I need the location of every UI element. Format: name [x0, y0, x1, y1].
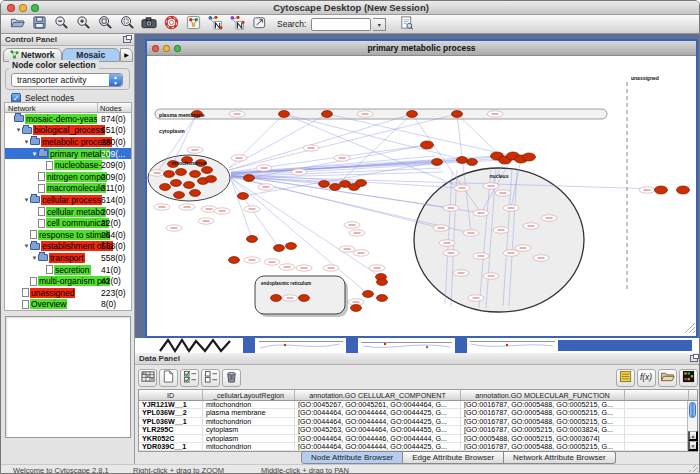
- network-node[interactable]: [319, 181, 330, 188]
- network-node[interactable]: [190, 190, 201, 197]
- tab-overflow-button[interactable]: ▶: [120, 48, 133, 62]
- search-dropdown-button[interactable]: ▾: [373, 18, 386, 31]
- network-canvas[interactable]: plasma membranecytoplasmmitochondrionnuc…: [147, 56, 696, 336]
- network-node[interactable]: [432, 159, 443, 166]
- tree-expander-icon[interactable]: ▼: [23, 243, 30, 249]
- table-row[interactable]: YJR121W__1mitochondrion[GO:0045267, GO:0…: [139, 401, 697, 409]
- select-attributes-button[interactable]: [180, 369, 199, 387]
- network-node[interactable]: [271, 295, 282, 302]
- zoom-selected-region-button[interactable]: [117, 16, 137, 33]
- search-input[interactable]: [311, 18, 371, 31]
- float-panel-icon[interactable]: [123, 36, 131, 43]
- tree-row-establishment-of-lo[interactable]: ▼establishment of lo558(0): [5, 241, 131, 253]
- save-session-button[interactable]: [29, 16, 49, 33]
- function-builder-button[interactable]: f(x): [637, 369, 656, 387]
- network-node[interactable]: [202, 167, 213, 174]
- resize-grip[interactable]: [689, 463, 698, 472]
- network-node[interactable]: [330, 184, 341, 191]
- tree-header-network[interactable]: Network: [5, 103, 98, 112]
- tree-row-response-to-stimulu[interactable]: response to stimulu264(0): [5, 229, 131, 241]
- network-node[interactable]: [206, 176, 217, 183]
- color-matrix-button[interactable]: [679, 369, 698, 387]
- tree-header-nodes[interactable]: Nodes: [98, 103, 131, 112]
- network-node[interactable]: [457, 157, 468, 164]
- tree-expander-icon[interactable]: ▼: [31, 255, 38, 261]
- import-attributes-button[interactable]: [658, 369, 677, 387]
- tree-expander-icon[interactable]: ▼: [15, 127, 22, 133]
- column-header-3[interactable]: annotation.GO MOLECULAR_FUNCTION: [461, 390, 625, 400]
- tree-row-biological-process[interactable]: ▼biological_process651(0): [5, 125, 131, 137]
- column-header-1[interactable]: _cellularLayoutRegion: [203, 390, 295, 400]
- column-header-2[interactable]: annotation.GO CELLULAR_COMPONENT: [295, 390, 461, 400]
- compartment-nucleus[interactable]: [414, 168, 584, 312]
- network-window-titlebar[interactable]: primary metabolic process: [147, 41, 696, 56]
- table-row[interactable]: YPL036W__1mitochondrion[GO:0044464, GO:0…: [139, 418, 697, 426]
- network-node[interactable]: [174, 192, 185, 199]
- tree-row-cellular-metabo[interactable]: cellular metabo209(0): [5, 206, 131, 218]
- zoom-fit-button[interactable]: [95, 16, 115, 33]
- tree-row-macromolecule[interactable]: macromolecule311(0): [5, 183, 131, 195]
- zoom-out-button[interactable]: [51, 16, 71, 33]
- first-neighbors-button[interactable]: [205, 16, 225, 33]
- network-node[interactable]: [274, 245, 285, 252]
- table-row[interactable]: YPL036W__2plasma membrane[GO:0044464, GO…: [139, 409, 697, 417]
- network-node[interactable]: [523, 153, 536, 161]
- tree-expander-icon[interactable]: ▼: [23, 139, 30, 145]
- network-node[interactable]: [184, 182, 195, 189]
- network-node[interactable]: [421, 141, 434, 149]
- tree-row-cellular-process[interactable]: ▼cellular process614(0): [5, 194, 131, 206]
- network-node[interactable]: [351, 305, 362, 312]
- tree-row-mosaic-demo-yeast[interactable]: mosaic-demo-yeast874(0): [5, 113, 131, 125]
- attribute-matrix-button[interactable]: [138, 369, 157, 387]
- network-node[interactable]: [171, 180, 182, 187]
- network-node[interactable]: [247, 236, 258, 243]
- delete-attribute-button[interactable]: [222, 369, 241, 387]
- network-node[interactable]: [467, 159, 478, 166]
- table-row[interactable]: YKR052Ccytoplasm[GO:0044464, GO:0044446,…: [139, 435, 697, 443]
- table-scrollbar[interactable]: ▲ ▼: [687, 401, 697, 451]
- attribute-list-button[interactable]: [616, 369, 635, 387]
- compartment-plasma-membrane[interactable]: [155, 109, 607, 119]
- float-data-panel-icon[interactable]: [690, 355, 698, 362]
- network-node[interactable]: [363, 291, 374, 298]
- new-attribute-button[interactable]: [159, 369, 178, 387]
- unselect-attributes-button[interactable]: [201, 369, 220, 387]
- tree-row-multi-organism-pro[interactable]: multi-organism pro42(0): [5, 275, 131, 287]
- network-node[interactable]: [377, 279, 388, 286]
- network-node[interactable]: [407, 111, 418, 118]
- tree-row-unassigned[interactable]: unassigned223(0): [5, 287, 131, 299]
- graphics-details-button[interactable]: [183, 16, 203, 33]
- column-header-0[interactable]: ID: [139, 390, 203, 400]
- network-node[interactable]: [286, 243, 297, 250]
- node-color-dropdown[interactable]: transporter activity ▲▼: [11, 73, 123, 87]
- network-node[interactable]: [677, 186, 690, 194]
- network-node[interactable]: [190, 171, 201, 178]
- tree-expander-icon[interactable]: ▼: [31, 151, 38, 157]
- network-node[interactable]: [452, 111, 463, 118]
- tree-row-primary-metabo[interactable]: ▼primary metabo209(...: [5, 148, 131, 160]
- tree-row-nitrogen-compo[interactable]: nitrogen compo209(0): [5, 171, 131, 183]
- network-node[interactable]: [299, 295, 310, 302]
- network-node[interactable]: [160, 184, 171, 191]
- tree-row-secretion[interactable]: secretion41(0): [5, 264, 131, 276]
- tab-network-attribute-browser[interactable]: Network Attribute Browser: [504, 451, 615, 464]
- network-node[interactable]: [279, 111, 290, 118]
- scroll-down-button[interactable]: ▼: [688, 441, 698, 451]
- tree-row-nucleobase-[interactable]: nucleobase-209(0): [5, 159, 131, 171]
- tree-row-transport[interactable]: ▼transport558(0): [5, 252, 131, 264]
- export-snapshot-button[interactable]: [139, 16, 159, 33]
- network-node[interactable]: [238, 193, 249, 200]
- scroll-up-button[interactable]: ▲: [688, 431, 698, 441]
- tab-edge-attribute-browser[interactable]: Edge Attribute Browser: [403, 451, 504, 464]
- tree-row-overview[interactable]: Overview8(0): [5, 299, 131, 311]
- enhanced-search-options-button[interactable]: [396, 16, 416, 33]
- network-node[interactable]: [322, 111, 333, 118]
- network-node[interactable]: [229, 257, 240, 264]
- scrollbar-thumb[interactable]: [689, 402, 696, 418]
- birds-eye-view[interactable]: [5, 316, 131, 438]
- table-row[interactable]: YLR295Ccytoplasm[GO:0045263, GO:0044464,…: [139, 426, 697, 434]
- tree-row-metabolic-process[interactable]: ▼metabolic process280(0): [5, 136, 131, 148]
- annotations-button[interactable]: [249, 16, 269, 33]
- help-button[interactable]: [161, 16, 181, 33]
- zoom-in-button[interactable]: [73, 16, 93, 33]
